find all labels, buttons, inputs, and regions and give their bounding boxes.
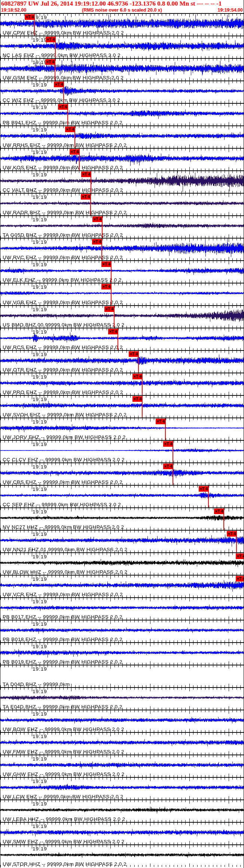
minute-tick-label: 19:19 xyxy=(33,441,47,447)
pick-flag[interactable]: ×T 4 xyxy=(46,37,56,42)
trace-panel-uw-radr-bhz: 19:19×T 4UW RADR BHZ -- 99999.0km BW HIG… xyxy=(0,193,244,215)
trace-panel-uw-vcr-ehz: 19:19×T 4UW VCR EHZ -- 99999.0km BW HIGH… xyxy=(0,575,244,597)
station-label: PB B017 EHZ -- 99999.0km BW HIGHPASS 2.0… xyxy=(3,614,122,620)
trace-panel-cc-sep-ehz: 19:19×T 4CC SEP EHZ -- 99999.0km BW HIGH… xyxy=(0,485,244,507)
pick-flag[interactable]: ×T 4 xyxy=(214,509,224,514)
trace-list: 19:19×T 4UW CPW EHZ -- 99999.0km BW HIGH… xyxy=(0,13,244,867)
pick-flag[interactable]: ×T 4 xyxy=(129,351,139,357)
pick-flag[interactable]: ×T 4 xyxy=(81,172,91,177)
pick-flag[interactable]: ×T 4 xyxy=(104,306,115,312)
station-label: UW BOW EHZ -- 99999.0km BW HIGHPASS 2.0 … xyxy=(3,726,124,732)
minute-tick-label: 19:19 xyxy=(33,419,47,425)
pick-flag[interactable]: ×T 4 xyxy=(65,127,75,132)
rms-scaling-note: (RMS noise over 6.0 s scaled 20.0 x) xyxy=(26,7,217,13)
trace-panel-cc-valt-bhz: 19:19×T 4CC VALT BHZ -- 99999.0km BW HIG… xyxy=(0,170,244,193)
trace-panel-uw-svoh-ehz: 19:19×T 4UW SVOH EHZ -- 99999.0km BW HIG… xyxy=(0,395,244,418)
trace-panel-uw-rcs-ehz: 19:19×T 4UW RCS EHZ -- 99999.0km BW HIGH… xyxy=(0,328,244,350)
trace-panel-ta-d04d-bhz: 19:19TA D04D BHZ -- 99999.0km xyxy=(0,665,244,687)
time-range-bar: 19:18:52.00 (RMS noise over 6.0 s scaled… xyxy=(0,7,244,13)
trace-panel-uw-bow-ehz: 19:19UW BOW EHZ -- 99999.0km BW HIGHPASS… xyxy=(0,710,244,732)
station-label: PB B018 EHZ -- 99999.0km BW HIGHPASS 2.0… xyxy=(3,637,122,642)
station-label: UW PRO EHZ -- 99999.0km BW HIGHPASS 2.0 … xyxy=(3,389,123,395)
pick-flag[interactable]: ×T 4 xyxy=(163,464,173,469)
station-label: UW GHW EHZ -- 99999.0km BW HIGHPASS 2.0 … xyxy=(3,771,125,777)
trace-panel-uw-cbs-ehz: 19:19×T 4UW CBS EHZ -- 99999.0km BW HIGH… xyxy=(0,462,244,485)
minute-tick-label: 19:19 xyxy=(33,734,47,739)
trace-panel-nc-las-ehz: 19:19×T 4NC LAS EHZ -- 99999.0km BW HIGH… xyxy=(0,36,244,58)
event-header: 60827897 UW Jul 26, 2014 19:19:12.00 46.… xyxy=(0,0,244,7)
pick-flag[interactable]: ×T 4 xyxy=(45,59,55,65)
pick-flag[interactable]: ×T 4 xyxy=(132,396,143,402)
trace-panel-uw-gsm-ehz: 19:19×T 4UW GSM EHZ -- 99999.0km BW HIGH… xyxy=(0,58,244,81)
pick-flag[interactable]: ×T 4 xyxy=(101,261,112,267)
trace-panel-us-bmo-bhz-00: 19:19×T 4US BMO BHZ 00 99999.0km BW HIGH… xyxy=(0,305,244,328)
station-label: UW STOR HHZ -- 99999.0km BW HIGHPASS 2.0… xyxy=(3,861,126,867)
station-label: UW NN21 EHZ 01 99999.0km BW HIGHPASS 2.0… xyxy=(3,547,128,552)
minute-tick-label: 19:19 xyxy=(33,172,47,177)
trace-panel-uw-ghw-ehz: 19:19UW GHW EHZ -- 99999.0km BW HIGHPASS… xyxy=(0,755,244,777)
trace-panel-uw-cpw-ehz: 19:19×T 4UW CPW EHZ -- 99999.0km BW HIGH… xyxy=(0,13,244,36)
trace-panel-uw-elk-ehz: 19:19×T 4UW ELK EHZ -- 99999.0km BW HIGH… xyxy=(0,260,244,283)
pick-flag[interactable]: ×T 4 xyxy=(81,194,91,200)
station-label: PB B019 EHZ -- 99999.0km BW HIGHPASS 2.0… xyxy=(3,659,122,665)
trace-panel-ta-e04d-bhz: 19:19TA E04D BHZ -- 99999.0km BW HIGHPAS… xyxy=(0,687,244,710)
station-label: UW RVC EHZ -- 99999.0km BW HIGHPASS 2.0 … xyxy=(3,255,123,260)
station-label: UW RCS EHZ -- 99999.0km BW HIGHPASS 2.0 … xyxy=(3,345,123,350)
pick-flag[interactable]: ×T 4 xyxy=(236,576,244,582)
station-label: PB B941 EHZ -- 99999.0km BW HIGHPASS 2.0… xyxy=(3,120,122,125)
trace-panel-pb-b019-ehz: 19:19PB B019 EHZ -- 99999.0km BW HIGHPAS… xyxy=(0,642,244,665)
minute-tick-label: 19:19 xyxy=(33,779,47,784)
trace-panel-uw-vgb-ehz: 19:19×T 4UW VGB EHZ -- 99999.0km BW HIGH… xyxy=(0,283,244,305)
station-label: UW VCR EHZ -- 99999.0km BW HIGHPASS 2.0 … xyxy=(3,592,123,597)
minute-tick-label: 19:19 xyxy=(33,801,47,807)
trace-panel-pb-b018-ehz: 19:19PB B018 EHZ -- 99999.0km BW HIGHPAS… xyxy=(0,620,244,642)
station-label: CC SEP EHZ -- 99999.0km BW HIGHPASS 2.0 … xyxy=(3,502,121,507)
trace-panel-uw-rrhs-ehz: 19:19×T 4UW RRHS EHZ -- 99999.0km BW HIG… xyxy=(0,125,244,148)
minute-tick-label: 19:19 xyxy=(33,82,47,88)
pick-flag[interactable]: ×T 4 xyxy=(199,486,209,492)
pick-flag[interactable]: ×T 4 xyxy=(54,82,64,87)
window-end-time: 19:19:54.00 xyxy=(218,7,243,13)
minute-tick-label: 19:19 xyxy=(33,576,47,582)
station-label: UW KOS EHZ -- 99999.0km BW HIGHPASS 2.0 … xyxy=(3,165,123,170)
minute-tick-label: 19:19 xyxy=(33,284,47,290)
station-label: UW LCW EHZ -- 99999.0km BW HIGHPASS 2.0 … xyxy=(3,794,123,799)
minute-tick-label: 19:19 xyxy=(33,689,47,694)
station-label: UW SMW EHZ -- 99999.0km BW HIGHPASS 2.0 … xyxy=(3,839,125,844)
pick-flag[interactable]: ×T 4 xyxy=(236,553,244,559)
station-label: TA D04D BHZ -- 99999.0km xyxy=(3,682,70,687)
station-label: UW SVOH EHZ -- 99999.0km BW HIGHPASS 2.0… xyxy=(3,412,126,418)
pick-flag[interactable]: ×T 4 xyxy=(156,419,166,424)
minute-tick-label: 19:19 xyxy=(33,352,47,357)
minute-tick-label: 19:19 xyxy=(33,599,47,604)
pick-flag[interactable]: ×T 4 xyxy=(227,531,237,537)
pick-flag[interactable]: ×T 4 xyxy=(132,374,143,379)
trace-panel-pb-b941-ehz: 19:19×T 4PB B941 EHZ -- 99999.0km BW HIG… xyxy=(0,103,244,125)
station-label: UW FMW EHZ -- 99999.0km BW HIGHPASS 2.0 … xyxy=(3,749,124,755)
minute-tick-label: 19:19 xyxy=(33,37,47,43)
pick-flag[interactable]: ×T 4 xyxy=(108,329,118,334)
trace-panel-uw-otr-ehz: 19:19×T 4UW OTR EHZ -- 99999.0km BW HIGH… xyxy=(0,350,244,373)
station-label: NV NC27 HHZ -- 99999.0km BW HIGHPASS 2.0… xyxy=(3,524,124,530)
minute-tick-label: 19:19 xyxy=(33,127,47,133)
pick-flag[interactable]: ×T 4 xyxy=(25,14,35,20)
minute-tick-label: 19:19 xyxy=(33,374,47,380)
pick-flag[interactable]: ×T 4 xyxy=(92,239,102,245)
pick-flag[interactable]: ×T 4 xyxy=(92,216,103,222)
station-label: CC VALT BHZ -- 99999.0km BW HIGHPASS 2.0… xyxy=(3,187,123,193)
pick-flag[interactable]: ×T 4 xyxy=(70,149,80,155)
minute-tick-label: 19:19 xyxy=(33,262,47,267)
pick-flag[interactable]: ×T 4 xyxy=(163,441,173,447)
station-label: US BMO BHZ 00 99999.0km BW HIGHPASS 2.0 … xyxy=(3,322,125,328)
minute-tick-label: 19:19 xyxy=(33,307,47,312)
trace-panel-cc-wiz-ehz: 19:19×T 4CC WIZ EHZ -- 99999.0km BW HIGH… xyxy=(0,81,244,103)
trace-panel-uw-lcw-ehz: 19:19UW LCW EHZ -- 99999.0km BW HIGHPASS… xyxy=(0,777,244,799)
trace-panel-cc-clcv-ehz: 19:19×T 4CC CLCV EHZ -- 99999.0km BW HIG… xyxy=(0,440,244,462)
minute-tick-label: 19:19 xyxy=(33,239,47,245)
station-label: UW RADR BHZ -- 99999.0km BW HIGHPASS 2.0… xyxy=(3,210,126,215)
pick-flag[interactable]: ×T 4 xyxy=(58,104,68,110)
minute-tick-label: 19:19 xyxy=(33,397,47,402)
minute-tick-label: 19:19 xyxy=(33,509,47,515)
pick-flag[interactable]: ×T 4 xyxy=(101,284,112,289)
minute-tick-label: 19:19 xyxy=(33,464,47,470)
